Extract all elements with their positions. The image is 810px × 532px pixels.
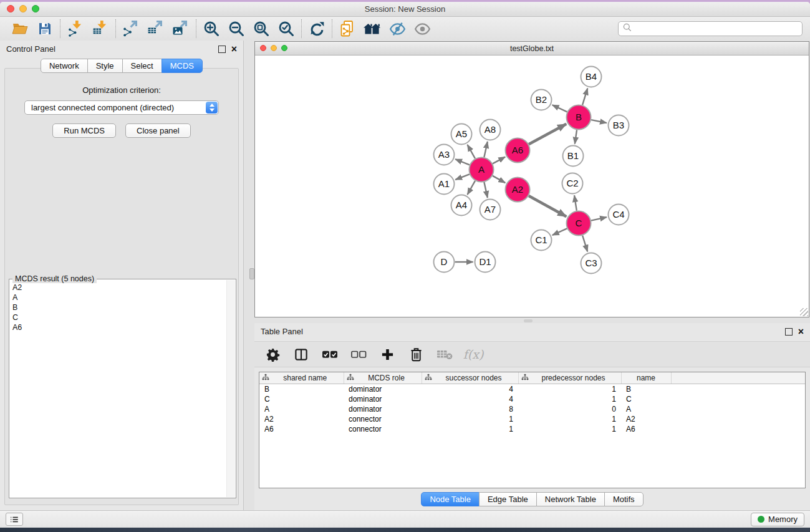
graph-node-B3[interactable]: B3 [609,115,629,136]
graph-node-C4[interactable]: C4 [609,205,629,225]
deselect-all-icon[interactable] [350,346,367,362]
export-image-icon[interactable] [172,20,190,37]
save-session-icon[interactable] [36,20,54,37]
delete-column-icon[interactable] [408,346,424,362]
column-type-icon [425,374,432,383]
graph-node-D1[interactable]: D1 [475,252,496,273]
refresh-icon[interactable] [308,20,325,37]
cell-successor-nodes: 1 [422,424,518,434]
graph-node-C2[interactable]: C2 [562,173,583,194]
column-header-name[interactable]: name [621,372,671,384]
table-tab-edge-table[interactable]: Edge Table [479,492,537,506]
tab-style[interactable]: Style [87,59,123,73]
pane-divider-handle[interactable] [524,319,533,322]
home-icon[interactable] [364,20,381,37]
graph-node-A1[interactable]: A1 [434,174,455,195]
tab-network[interactable]: Network [41,59,88,73]
graph-node-A5[interactable]: A5 [451,124,472,145]
task-history-button[interactable] [6,513,23,526]
svg-text:A8: A8 [485,124,496,135]
graph-node-C1[interactable]: C1 [531,230,552,251]
search-box[interactable] [618,21,803,36]
net-minimize-icon[interactable] [271,45,277,51]
split-panel-icon[interactable] [293,346,309,362]
graph-node-A8[interactable]: A8 [480,120,501,140]
minimize-window-icon[interactable] [19,5,27,12]
float-panel-icon[interactable] [218,46,226,53]
graph-node-A2[interactable]: A2 [506,178,530,202]
zoom-out-icon[interactable] [228,20,245,37]
add-column-icon[interactable] [379,346,395,362]
memory-button[interactable]: Memory [751,513,804,526]
run-mcds-button[interactable]: Run MCDS [52,123,116,138]
tab-select[interactable]: Select [122,59,162,73]
close-panel-icon[interactable]: × [231,46,237,52]
mcds-result-item[interactable]: A6 [12,322,225,332]
zoom-fit-icon[interactable] [253,20,270,37]
graph-node-A[interactable]: A [470,158,494,182]
pane-scrollbar-thumb[interactable] [249,268,254,279]
net-maximize-icon[interactable] [281,45,287,51]
graph-node-A4[interactable]: A4 [451,195,472,216]
column-header-predecessor-nodes[interactable]: predecessor nodes [518,372,621,384]
import-network-icon[interactable] [67,20,84,37]
tab-mcds[interactable]: MCDS [162,59,203,73]
mcds-result-item[interactable]: C [12,312,225,322]
table-tab-network-table[interactable]: Network Table [536,492,605,506]
result-scrollbar[interactable] [226,280,235,497]
main-area: Control Panel × NetworkStyleSelectMCDS O… [0,41,810,510]
close-window-icon[interactable] [7,5,14,12]
graph-node-B[interactable]: B [567,105,591,130]
cell-successor-nodes: 8 [422,404,518,414]
mcds-result-item[interactable]: B [12,302,225,312]
float-table-panel-icon[interactable] [785,328,793,336]
graph-node-C3[interactable]: C3 [581,253,602,274]
search-input[interactable] [635,24,798,34]
select-all-icon[interactable] [322,346,338,362]
zoom-in-icon[interactable] [203,20,220,37]
table-tab-motifs[interactable]: Motifs [604,492,644,506]
mcds-result-item[interactable]: A [12,293,225,302]
network-window-titlebar[interactable]: testGlobe.txt [255,42,809,56]
hide-selected-icon[interactable] [388,20,406,37]
network-graph[interactable]: AA1A2A3A4A5A6A7A8BB1B2B3B4CC1C2C3C4DD1 [255,56,809,317]
table-tab-node-table[interactable]: Node Table [421,492,480,506]
maximize-window-icon[interactable] [32,5,39,12]
network-from-selection-icon[interactable] [339,20,356,37]
import-table-icon[interactable] [92,20,109,37]
zoom-selected-icon[interactable] [277,20,295,37]
svg-text:D1: D1 [479,256,491,267]
network-canvas[interactable]: AA1A2A3A4A5A6A7A8BB1B2B3B4CC1C2C3C4DD1 [255,56,809,317]
app-titlebar[interactable]: Session: New Session [0,2,810,17]
close-table-panel-icon[interactable]: × [798,329,804,335]
optimization-criterion-select[interactable]: largest connected component (directed) [24,100,219,115]
table-row[interactable]: A6connector11A6 [259,424,805,434]
table-row[interactable]: Adominator80A [259,404,805,414]
export-table-icon[interactable] [147,20,165,37]
table-row[interactable]: A2connector11A2 [259,414,805,424]
graph-node-B1[interactable]: B1 [563,146,584,167]
optimization-criterion-label: Optimization criterion: [5,85,238,95]
show-all-icon[interactable] [413,20,431,37]
network-view-window[interactable]: testGlobe.txt AA1A2A3A4A5A6A7A8BB1B2B3B4… [254,41,809,317]
graph-node-A3[interactable]: A3 [434,145,455,165]
graph-node-A7[interactable]: A7 [480,200,501,220]
table-mode-gear-icon[interactable] [264,346,281,362]
mcds-result-item[interactable]: A2 [12,283,225,293]
column-header-MCDS-role[interactable]: MCDS role [344,372,422,384]
open-session-icon[interactable] [11,20,29,37]
net-close-icon[interactable] [260,45,266,51]
export-network-icon[interactable] [122,20,140,37]
graph-node-B2[interactable]: B2 [531,90,552,110]
close-panel-button[interactable]: Close panel [125,123,191,138]
graph-node-C[interactable]: C [567,211,591,236]
svg-text:C4: C4 [612,209,624,220]
graph-node-A6[interactable]: A6 [506,138,530,163]
column-header-shared-name[interactable]: shared name [259,372,344,384]
resize-grip[interactable] [800,308,808,316]
column-header-successor-nodes[interactable]: successor nodes [422,372,518,384]
table-row[interactable]: Cdominator41C [259,394,805,404]
graph-node-B4[interactable]: B4 [581,67,602,87]
graph-node-D[interactable]: D [434,252,455,273]
table-row[interactable]: Bdominator41B [259,384,805,395]
